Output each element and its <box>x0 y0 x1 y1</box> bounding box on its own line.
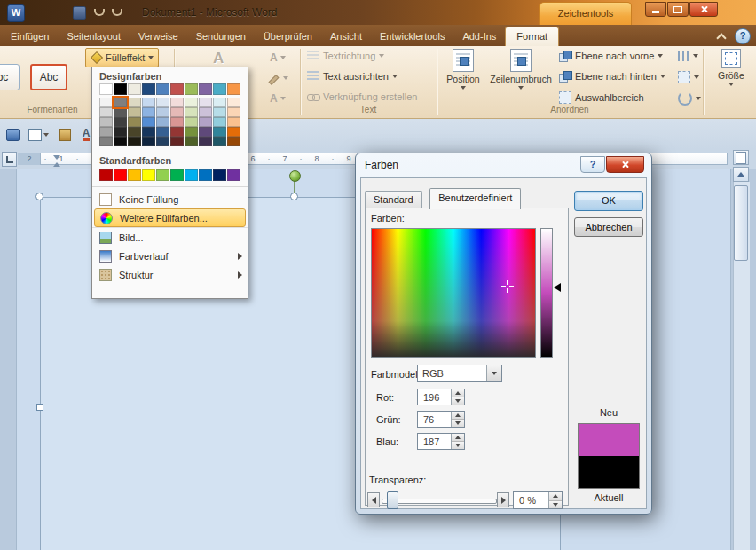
first-line-indent-marker[interactable] <box>53 155 60 160</box>
farbmodell-dropdown[interactable]: RGB <box>417 365 502 382</box>
theme-color-swatch[interactable] <box>156 107 169 117</box>
theme-color-swatch[interactable] <box>142 107 155 117</box>
theme-color-swatch[interactable] <box>142 127 155 137</box>
theme-color-swatch[interactable] <box>156 98 169 107</box>
transparenz-field[interactable]: 0 % <box>513 491 563 509</box>
theme-color-swatch[interactable] <box>142 117 155 127</box>
theme-color-swatch[interactable] <box>199 98 212 107</box>
luminance-bar[interactable] <box>540 228 553 358</box>
theme-color-swatch[interactable] <box>185 127 198 137</box>
dialog-tab-standard[interactable]: Standard <box>365 191 422 209</box>
menu-item-no-fill[interactable]: Keine Füllung <box>92 190 248 208</box>
format-painter-button[interactable] <box>55 126 75 144</box>
minimize-button[interactable] <box>645 2 666 17</box>
standard-color-swatch[interactable] <box>213 169 226 181</box>
spin-down-button[interactable] <box>549 501 562 509</box>
standard-color-swatch[interactable] <box>99 169 113 181</box>
tab-einf-gen[interactable]: Einfügen <box>2 28 58 46</box>
text-outline-button[interactable] <box>266 68 298 87</box>
theme-color-swatch[interactable] <box>142 98 155 107</box>
theme-color-swatch[interactable] <box>170 127 184 137</box>
theme-color-swatch[interactable] <box>213 83 226 95</box>
theme-color-swatch[interactable] <box>213 127 226 137</box>
theme-color-swatch[interactable] <box>227 107 240 117</box>
standard-color-swatch[interactable] <box>227 169 240 181</box>
tab-entwicklertools[interactable]: Entwicklertools <box>371 28 453 46</box>
theme-color-swatch[interactable] <box>185 117 198 127</box>
theme-color-swatch[interactable] <box>156 83 169 95</box>
align-objects-button[interactable] <box>678 51 698 61</box>
theme-color-swatch[interactable] <box>128 98 141 107</box>
standard-color-swatch[interactable] <box>156 169 169 181</box>
ruler-toggle-button[interactable] <box>733 150 749 165</box>
wordart-style-thumbnail[interactable]: A <box>213 50 224 67</box>
theme-color-swatch[interactable] <box>99 98 113 107</box>
theme-color-swatch[interactable] <box>114 98 127 107</box>
ebene-vorne-button[interactable]: Ebene nach vorne <box>559 51 663 61</box>
theme-color-swatch[interactable] <box>199 127 212 137</box>
theme-color-swatch[interactable] <box>99 127 113 137</box>
restore-button[interactable] <box>667 2 689 17</box>
undo-icon[interactable] <box>92 6 104 18</box>
theme-color-swatch[interactable] <box>99 83 113 95</box>
ok-button[interactable]: OK <box>574 191 643 211</box>
theme-color-swatch[interactable] <box>114 107 127 117</box>
theme-color-swatch[interactable] <box>170 98 184 107</box>
theme-color-swatch[interactable] <box>156 127 169 137</box>
hanging-indent-marker[interactable] <box>53 162 60 167</box>
theme-color-swatch[interactable] <box>185 137 198 146</box>
close-button[interactable] <box>689 2 718 17</box>
gruen-field[interactable]: 76 <box>417 411 465 428</box>
tab-selector-button[interactable] <box>2 152 17 167</box>
spin-down-button[interactable] <box>452 442 464 449</box>
resize-handle-top-center[interactable] <box>290 192 298 200</box>
tab-sendungen[interactable]: Sendungen <box>187 28 255 46</box>
dropdown-button[interactable] <box>486 365 501 381</box>
theme-color-swatch[interactable] <box>213 117 226 127</box>
menu-item-more-colors[interactable]: Weitere Füllfarben... <box>94 208 246 227</box>
theme-color-swatch[interactable] <box>128 83 141 95</box>
theme-color-swatch[interactable] <box>99 117 113 127</box>
theme-color-swatch[interactable] <box>128 127 141 137</box>
theme-color-swatch[interactable] <box>128 107 141 117</box>
theme-color-swatch[interactable] <box>128 137 141 146</box>
standard-color-swatch[interactable] <box>170 169 184 181</box>
spin-up-button[interactable] <box>549 492 562 501</box>
spin-up-button[interactable] <box>452 434 464 442</box>
help-button[interactable]: ? <box>735 28 751 44</box>
position-button[interactable]: Position <box>440 46 486 101</box>
textrichtung-button[interactable]: Textrichtung <box>307 51 384 61</box>
ebene-hinten-button[interactable]: Ebene nach hinten <box>559 71 665 82</box>
theme-color-swatch[interactable] <box>156 137 169 146</box>
tab-seitenlayout[interactable]: Seitenlayout <box>58 28 130 46</box>
minimize-ribbon-icon[interactable] <box>715 31 728 42</box>
tab-format[interactable]: Format <box>505 27 559 46</box>
blau-field[interactable]: 187 <box>417 433 465 450</box>
shape-style-thumbnail-selected[interactable]: Abc <box>30 64 67 90</box>
theme-color-swatch[interactable] <box>199 83 212 95</box>
verknuepfung-button[interactable]: Verknüpfung erstellen <box>307 91 417 102</box>
tab--berpr-fen[interactable]: Überprüfen <box>255 28 321 46</box>
standard-color-swatch[interactable] <box>199 169 212 181</box>
rotate-handle[interactable] <box>289 170 301 182</box>
redo-icon[interactable] <box>110 6 122 18</box>
groesse-button[interactable]: Größe <box>708 46 754 101</box>
menu-item-picture[interactable]: Bild... <box>92 227 248 247</box>
color-crosshair[interactable] <box>501 280 514 293</box>
theme-color-swatch[interactable] <box>114 117 127 127</box>
abbrechen-button[interactable]: Abbrechen <box>574 217 643 237</box>
rotate-objects-button[interactable] <box>678 91 701 106</box>
transparenz-slider-track[interactable] <box>382 499 497 504</box>
theme-color-swatch[interactable] <box>227 117 240 127</box>
text-fill-button[interactable]: A <box>266 48 298 67</box>
theme-color-swatch[interactable] <box>170 107 184 117</box>
word-app-icon[interactable]: W <box>7 4 25 22</box>
theme-color-swatch[interactable] <box>227 98 240 107</box>
menu-item-gradient[interactable]: Farbverlauf <box>92 247 248 265</box>
spin-down-button[interactable] <box>452 397 464 405</box>
group-objects-button[interactable] <box>678 71 699 83</box>
theme-color-swatch[interactable] <box>142 137 155 146</box>
menu-item-texture[interactable]: Struktur <box>92 265 248 284</box>
spin-up-button[interactable] <box>452 412 464 420</box>
theme-color-swatch[interactable] <box>227 83 240 95</box>
